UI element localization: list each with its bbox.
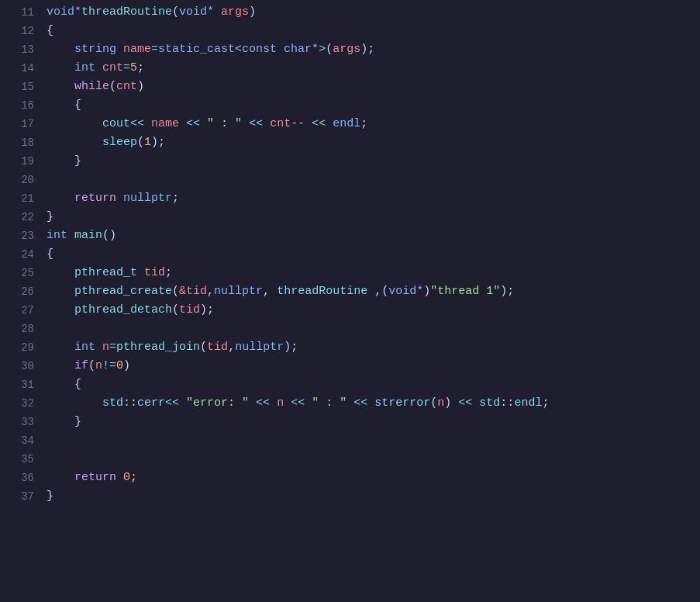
line-number: 33 bbox=[6, 413, 34, 431]
line-number: 19 bbox=[6, 152, 34, 171]
code-line: return 0; bbox=[47, 469, 700, 487]
code-line: } bbox=[47, 413, 700, 431]
code-line: void*threadRoutine(void* args) bbox=[47, 3, 700, 22]
line-number: 20 bbox=[6, 171, 34, 189]
line-number: 26 bbox=[6, 282, 34, 301]
line-number: 29 bbox=[6, 338, 34, 357]
line-number: 12 bbox=[6, 22, 34, 40]
code-line: cout<< name << " : " << cnt-- << endl; bbox=[47, 115, 700, 133]
code-line: } bbox=[47, 487, 700, 506]
code-line: { bbox=[47, 375, 700, 394]
line-number: 22 bbox=[6, 208, 34, 227]
line-number: 14 bbox=[6, 59, 34, 78]
code-line: while(cnt) bbox=[47, 78, 700, 96]
code-line bbox=[47, 450, 700, 469]
line-number: 15 bbox=[6, 78, 34, 96]
code-line: } bbox=[47, 208, 700, 227]
code-line bbox=[47, 171, 700, 189]
line-number: 27 bbox=[6, 301, 34, 320]
code-line: sleep(1); bbox=[47, 133, 700, 152]
line-number: 18 bbox=[6, 133, 34, 152]
code-line: int n=pthread_join(tid,nullptr); bbox=[47, 338, 700, 357]
code-line: { bbox=[47, 22, 700, 40]
line-number: 23 bbox=[6, 227, 34, 245]
code-line: string name=static_cast<const char*>(arg… bbox=[47, 40, 700, 59]
code-content: void*threadRoutine(void* args){ string n… bbox=[40, 3, 700, 602]
line-number: 11 bbox=[6, 3, 34, 22]
line-number: 36 bbox=[6, 469, 34, 487]
code-editor: 1112131415161718192021222324252627282930… bbox=[0, 0, 700, 602]
line-number: 21 bbox=[6, 189, 34, 208]
code-line bbox=[47, 431, 700, 450]
code-line: if(n!=0) bbox=[47, 357, 700, 375]
line-number: 30 bbox=[6, 357, 34, 375]
line-number: 37 bbox=[6, 487, 34, 506]
line-number: 13 bbox=[6, 40, 34, 59]
code-line: return nullptr; bbox=[47, 189, 700, 208]
code-line: } bbox=[47, 152, 700, 171]
line-number: 28 bbox=[6, 320, 34, 338]
line-number: 24 bbox=[6, 245, 34, 264]
line-number-gutter: 1112131415161718192021222324252627282930… bbox=[0, 3, 40, 602]
line-number: 17 bbox=[6, 115, 34, 133]
line-number: 31 bbox=[6, 375, 34, 394]
code-line: pthread_detach(tid); bbox=[47, 301, 700, 320]
code-line: { bbox=[47, 245, 700, 264]
code-line: std::cerr<< "error: " << n << " : " << s… bbox=[47, 394, 700, 413]
code-line: int main() bbox=[47, 227, 700, 245]
code-line: { bbox=[47, 96, 700, 115]
code-line: pthread_create(&tid,nullptr, threadRouti… bbox=[47, 282, 700, 301]
code-line: int cnt=5; bbox=[47, 59, 700, 78]
line-number: 35 bbox=[6, 450, 34, 469]
line-number: 32 bbox=[6, 394, 34, 413]
line-number: 25 bbox=[6, 264, 34, 282]
code-line: pthread_t tid; bbox=[47, 264, 700, 282]
code-line bbox=[47, 320, 700, 338]
line-number: 34 bbox=[6, 431, 34, 450]
line-number: 16 bbox=[6, 96, 34, 115]
